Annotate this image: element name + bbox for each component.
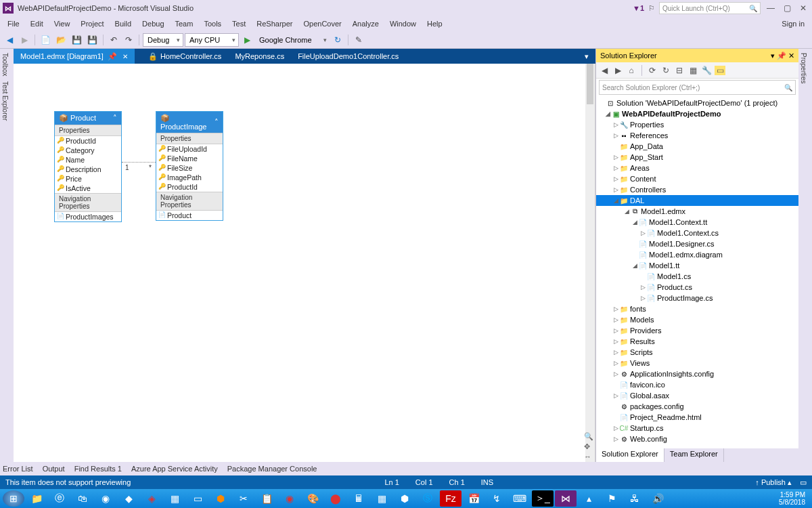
node-model1edmx[interactable]: ◢⧉Model1.edmx [596, 206, 798, 217]
node-model1diagram[interactable]: 📄Model1.edmx.diagram [596, 249, 798, 260]
home-icon[interactable]: ⌂ [626, 66, 637, 75]
collapse-icon[interactable]: ˄ [215, 118, 219, 127]
node-startup[interactable]: ▷C#Startup.cs [596, 423, 798, 433]
solution-config-combo[interactable]: Debug [143, 33, 183, 47]
menu-project[interactable]: Project [76, 18, 108, 29]
properties-icon[interactable]: 🔧 [701, 66, 712, 75]
taskbar-calendar-icon[interactable]: 📅 [463, 490, 484, 507]
menu-team[interactable]: Team [171, 18, 198, 29]
zoom-in-icon[interactable]: 🔍 [584, 432, 593, 441]
taskbar-filezilla-icon[interactable]: Fz [440, 490, 461, 507]
taskbar-app7-icon[interactable]: ◉ [279, 490, 300, 507]
taskbar-snip-icon[interactable]: ✂ [233, 490, 254, 507]
node-scripts[interactable]: ▷📁Scripts [596, 347, 798, 358]
node-models[interactable]: ▷📁Models [596, 314, 798, 325]
taskbar-app13-icon[interactable]: ⌨ [509, 490, 531, 507]
prop-category[interactable]: Category [55, 146, 121, 155]
show-all-icon[interactable]: ▦ [687, 66, 698, 75]
preview-icon[interactable]: ▭ [715, 66, 725, 75]
node-productimagecs[interactable]: ▷📄ProductImage.cs [596, 293, 798, 303]
taskbar-app4-icon[interactable]: ▭ [187, 490, 208, 507]
taskbar-sound-icon[interactable]: 🔊 [647, 490, 669, 507]
node-controllers[interactable]: ▷📁Controllers [596, 184, 798, 195]
sync-icon[interactable]: ⟳ [647, 66, 658, 75]
node-favicon[interactable]: 📄favicon.ico [596, 379, 798, 390]
tab-team-explorer[interactable]: Team Explorer [664, 448, 724, 462]
pan-icon[interactable]: ✥ [584, 442, 593, 451]
taskbar-tray-up-icon[interactable]: ▴ [578, 490, 600, 507]
zoom-out-icon[interactable]: ↔ [584, 452, 593, 461]
prop-imagepath[interactable]: ImagePath [156, 173, 223, 182]
sign-in-link[interactable]: Sign in [777, 18, 809, 29]
menu-view[interactable]: View [49, 18, 75, 29]
open-button[interactable]: 📂 [54, 33, 68, 47]
doc-tab-homecontroller[interactable]: 🔒HomeController.cs [135, 49, 228, 64]
prop-productid2[interactable]: ProductId [156, 182, 223, 192]
taskbar-vs-icon[interactable]: ⋈ [555, 490, 577, 507]
menu-opencover[interactable]: OpenCover [298, 18, 346, 29]
pin-icon[interactable]: 📌 [108, 52, 117, 61]
taskbar-app9-icon[interactable]: ⬤ [325, 490, 346, 507]
node-webconfig[interactable]: ▷⚙Web.config [596, 433, 798, 444]
nav-fwd-button[interactable]: ▶ [18, 33, 31, 47]
taskbar-chrome-icon[interactable]: ◉ [95, 490, 116, 507]
maximize-button[interactable]: ▢ [781, 3, 793, 13]
toolbox-tab[interactable]: Toolbox [1, 53, 12, 76]
entity-product[interactable]: 📦 Product˄ Properties ProductId Category… [54, 111, 122, 222]
taskbar-app3-icon[interactable]: ▦ [164, 490, 185, 507]
designer-zoom-controls[interactable]: 🔍 ✥ ↔ [584, 432, 593, 461]
redo-button[interactable]: ↷ [122, 33, 135, 47]
node-packages[interactable]: ⚙packages.config [596, 401, 798, 412]
taskbar-app1-icon[interactable]: ◆ [118, 490, 139, 507]
tab-find-results[interactable]: Find Results 1 [74, 465, 122, 473]
prop-price[interactable]: Price [55, 174, 121, 184]
tab-solution-explorer[interactable]: Solution Explorer [596, 448, 664, 462]
taskbar-skype-icon[interactable]: Ⓢ [417, 490, 438, 507]
edmx-designer-canvas[interactable]: 📦 Product˄ Properties ProductId Category… [14, 64, 595, 462]
window-menu-icon[interactable]: ▾ [771, 51, 775, 60]
quick-launch-input[interactable]: Quick Launch (Ctrl+Q)🔍 [659, 2, 761, 14]
node-readme[interactable]: 📄Project_Readme.html [596, 412, 798, 423]
taskbar-app12-icon[interactable]: ↯ [486, 490, 508, 507]
taskbar-app11-icon[interactable]: ⬢ [394, 490, 415, 507]
minimize-button[interactable]: — [765, 3, 777, 13]
doc-tab-myresponse[interactable]: MyReponse.cs [228, 49, 291, 64]
close-icon[interactable]: ✕ [122, 53, 128, 60]
taskbar-flag-icon[interactable]: ⚑ [601, 490, 623, 507]
refresh-icon[interactable]: ↻ [660, 66, 671, 75]
fwd-icon[interactable]: ▶ [612, 66, 623, 75]
node-references[interactable]: ▷▪▪References [596, 130, 798, 141]
doc-tab-model1[interactable]: Model1.edmx [Diagram1]📌✕ [14, 49, 135, 64]
solution-node[interactable]: ⊡Solution 'WebAPIDefaultProjectDemo' (1 … [596, 98, 798, 108]
node-views[interactable]: ▷📁Views [596, 358, 798, 368]
node-areas[interactable]: ▷📁Areas [596, 163, 798, 173]
taskbar-app5-icon[interactable]: ⬢ [210, 490, 231, 507]
project-node[interactable]: ◢▣WebAPIDefaultProjectDemo [596, 108, 798, 119]
tab-azure-activity[interactable]: Azure App Service Activity [131, 465, 218, 473]
solution-platform-combo[interactable]: Any CPU [185, 33, 239, 47]
back-icon[interactable]: ◀ [599, 66, 610, 75]
node-model1cs[interactable]: 📄Model1.cs [596, 271, 798, 282]
taskbar-ie-icon[interactable]: ⓔ [49, 490, 70, 507]
tab-pkg-manager[interactable]: Package Manager Console [227, 465, 317, 473]
notifications-icon[interactable]: ▼1 [633, 4, 644, 12]
taskbar-app10-icon[interactable]: ▦ [371, 490, 392, 507]
nav-productimages[interactable]: ProductImages [55, 212, 121, 221]
taskbar-cmd-icon[interactable]: ＞_ [532, 490, 554, 507]
taskbar-app6-icon[interactable]: 📋 [256, 490, 277, 507]
node-model1tt[interactable]: ◢📄Model1.tt [596, 260, 798, 271]
taskbar-explorer-icon[interactable]: 📁 [26, 490, 47, 507]
tab-output[interactable]: Output [43, 465, 65, 473]
prop-fileuploadid[interactable]: FileUploadId [156, 144, 223, 154]
entity-productimage[interactable]: 📦 ProductImage˄ Properties FileUploadId … [156, 111, 223, 221]
node-appstart[interactable]: ▷📁App_Start [596, 152, 798, 163]
menu-test[interactable]: Test [227, 18, 250, 29]
node-results[interactable]: ▷📁Results [596, 336, 798, 347]
new-project-button[interactable]: 📄 [39, 33, 53, 47]
taskbar-calc-icon[interactable]: 🖩 [348, 490, 369, 507]
node-properties[interactable]: ▷🔧Properties [596, 119, 798, 130]
menu-help[interactable]: Help [422, 18, 447, 29]
close-button[interactable]: ✕ [797, 3, 809, 13]
pin-icon[interactable]: 📌 [777, 51, 786, 60]
doc-tab-overflow[interactable]: ▾ [578, 49, 595, 64]
